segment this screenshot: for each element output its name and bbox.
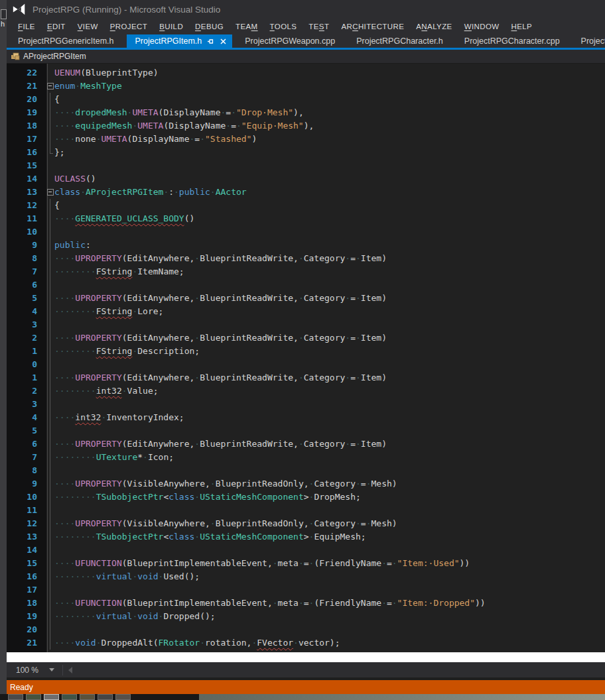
menu-item-test[interactable]: TEST (302, 21, 335, 32)
close-icon[interactable] (220, 38, 227, 45)
code-line[interactable]: 17····none·UMETA(DisplayName·=·"Stashed"… (7, 133, 605, 146)
code-line[interactable]: 16}; (7, 146, 605, 159)
code-line[interactable]: 8 (7, 464, 605, 477)
code-line[interactable]: 3 (7, 398, 605, 411)
code-line[interactable]: 18····UFUNCTION(BlueprintImplementableEv… (7, 597, 605, 610)
fold-line-marker (46, 265, 54, 278)
menu-item-tools[interactable]: TOOLS (264, 21, 303, 32)
tab-ProjectRPGCharac[interactable]: ProjectRPGCharac (572, 34, 605, 48)
menu-item-build[interactable]: BUILD (153, 21, 189, 32)
menu-item-edit[interactable]: EDIT (41, 21, 72, 32)
fold-box-marker[interactable] (46, 186, 54, 199)
taskbar-app-icon[interactable] (62, 694, 77, 700)
code-token: ········ (54, 346, 96, 356)
code-line[interactable]: 7········UTexture*·Icon; (7, 451, 605, 464)
code-line[interactable]: 3 (7, 318, 605, 331)
code-text: ········virtual·void·Used(); (54, 571, 200, 581)
code-line[interactable]: 20{ (7, 93, 605, 106)
taskbar-app-icon[interactable] (26, 694, 41, 700)
code-line[interactable]: 15 (7, 159, 605, 172)
tab-ProjectRPGItem.h[interactable]: ProjectRPGItem.h (127, 34, 233, 48)
taskbar-app-icon[interactable] (44, 694, 59, 700)
menu-item-window[interactable]: WINDOW (458, 21, 505, 32)
code-line[interactable]: 12····UPROPERTY(VisibleAnywhere,·Bluepri… (7, 517, 605, 530)
menu-item-help[interactable]: HELP (505, 21, 539, 32)
code-line[interactable]: 10 (7, 225, 605, 239)
code-line[interactable]: 20 (7, 623, 605, 636)
status-bar: Ready (7, 680, 605, 694)
code-token: · (356, 518, 361, 528)
code-line[interactable]: 4····int32·InventoryIndex; (7, 411, 605, 424)
code-line[interactable]: 14 (7, 544, 605, 557)
scroll-left-arrow-icon[interactable] (68, 667, 72, 673)
menu-item-debug[interactable]: DEBUG (189, 21, 230, 32)
code-token: > (304, 492, 309, 502)
code-token: UPROPERTY (75, 439, 121, 449)
menu-item-project[interactable]: PROJECT (104, 21, 153, 32)
tab-ProjectRPGCharacter.h[interactable]: ProjectRPGCharacter.h (348, 34, 452, 48)
code-token: (VisibleAnywhere, (122, 518, 210, 528)
menu-item-view[interactable]: VIEW (72, 21, 104, 32)
navigation-bar[interactable]: AProjectRPGItem (7, 50, 605, 64)
code-line[interactable]: 6····UPROPERTY(EditAnywhere,·BlueprintRe… (7, 438, 605, 451)
taskbar-app-icon[interactable] (8, 694, 23, 700)
code-line[interactable]: 15····UFUNCTION(BlueprintImplementableEv… (7, 557, 605, 570)
taskbar-app-icon[interactable] (115, 694, 131, 700)
breadcrumb-scope[interactable]: AProjectRPGItem (23, 52, 86, 61)
code-line[interactable]: 5 (7, 424, 605, 438)
code-line[interactable]: 19····dropedMesh·UMETA(DisplayName·=·"Dr… (7, 106, 605, 119)
code-line[interactable]: 1····UPROPERTY(EditAnywhere,·BlueprintRe… (7, 371, 605, 384)
code-line[interactable]: 8····UPROPERTY(EditAnywhere,·BlueprintRe… (7, 252, 605, 265)
code-line[interactable]: 16········virtual·void·Used(); (7, 570, 605, 583)
code-line[interactable]: 18····equipedMesh·UMETA(DisplayName·=·"E… (7, 119, 605, 133)
code-line[interactable]: 5····UPROPERTY(EditAnywhere,·BlueprintRe… (7, 292, 605, 305)
code-line[interactable]: 19········virtual·void·Dropped(); (7, 610, 605, 623)
fold-line-marker (46, 544, 54, 557)
menu-item-file[interactable]: FILE (12, 21, 41, 32)
menu-item-team[interactable]: TEAM (230, 21, 264, 32)
code-line[interactable]: 0 (7, 358, 605, 371)
code-token: · (299, 253, 304, 263)
code-line[interactable]: 1········FString·Description; (7, 345, 605, 358)
fold-box-marker[interactable] (46, 80, 54, 93)
code-line[interactable]: 13class·AProjectRPGItem·:·public·AActor (7, 186, 605, 199)
code-line[interactable]: 10········TSubobjectPtr<class·UStaticMes… (7, 491, 605, 504)
code-token: Item) (361, 293, 387, 303)
code-line[interactable]: 9····UPROPERTY(VisibleAnywhere,·Blueprin… (7, 477, 605, 491)
code-editor[interactable]: 22UENUM(BlueprintType)21enum·MeshType20{… (7, 64, 605, 652)
code-token: · (210, 187, 216, 197)
code-token: none (75, 134, 96, 144)
code-line[interactable]: 21enum·MeshType (7, 80, 605, 93)
code-line[interactable]: 22UENUM(BlueprintType) (7, 66, 605, 80)
editor-zoom-dropdown[interactable]: 100 % (16, 666, 54, 675)
line-number: 3 (7, 398, 46, 411)
fold-line-marker (46, 557, 54, 570)
code-line[interactable]: 4········FString·Lore; (7, 305, 605, 318)
code-line[interactable]: 13········TSubobjectPtr<class·UStaticMes… (7, 530, 605, 544)
tab-label: ProjectRPGCharac (581, 36, 605, 46)
menu-item-architecture[interactable]: ARCHITECTURE (335, 21, 410, 32)
code-line[interactable]: 9public: (7, 239, 605, 252)
background-window-box (1, 9, 7, 19)
code-line[interactable]: 12{ (7, 199, 605, 212)
pin-icon[interactable] (207, 38, 214, 45)
code-line[interactable]: 2····UPROPERTY(EditAnywhere,·BlueprintRe… (7, 331, 605, 345)
tab-ProjectRPGWeapon.cpp[interactable]: ProjectRPGWeapon.cpp (236, 34, 344, 48)
code-line[interactable]: 11 (7, 504, 605, 517)
code-token: Category (304, 293, 346, 303)
code-line[interactable]: 21····void·DroppedAlt(FRotator·rotation,… (7, 636, 605, 650)
code-line[interactable]: 7········FString·ItemName; (7, 265, 605, 278)
horizontal-scrollbar-row: 100 % (7, 662, 605, 677)
tab-ProjectRPGGenericItem.h[interactable]: ProjectRPGGenericItem.h (9, 34, 123, 48)
taskbar-app-icon[interactable] (80, 694, 95, 700)
menu-item-analyze[interactable]: ANALYZE (410, 21, 458, 32)
taskbar-app-icon[interactable] (98, 694, 113, 700)
visual-studio-logo-icon (12, 2, 27, 17)
code-token: · (356, 439, 361, 449)
code-line[interactable]: 2········int32·Value; (7, 384, 605, 398)
code-line[interactable]: 6 (7, 278, 605, 292)
code-line[interactable]: 11····GENERATED_UCLASS_BODY() (7, 212, 605, 225)
code-line[interactable]: 17 (7, 583, 605, 597)
code-line[interactable]: 14UCLASS() (7, 172, 605, 186)
tab-ProjectRPGCharacter.cpp[interactable]: ProjectRPGCharacter.cpp (456, 34, 569, 48)
